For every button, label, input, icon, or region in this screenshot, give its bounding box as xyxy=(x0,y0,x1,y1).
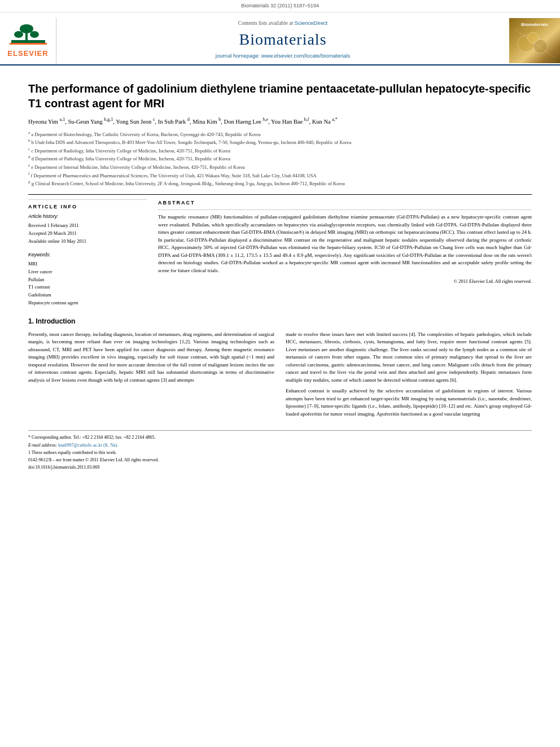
divider-top xyxy=(28,194,532,195)
svg-point-10 xyxy=(527,32,539,43)
abstract-heading: ABSTRACT xyxy=(158,199,532,207)
keyword-gadolinium: Gadolinium xyxy=(28,292,147,299)
journal-header: ELSEVIER Contents lists available at Sci… xyxy=(0,12,560,66)
sciencedirect-link[interactable]: ScienceDirect xyxy=(295,20,328,26)
intro-right-para1: made to resolve these issues have met wi… xyxy=(286,331,532,385)
keyword-pullulan: Pullulan xyxy=(28,277,147,283)
authors-line: Hyeona Yim a,1, Su-Geun Yang b,g,1, Yong… xyxy=(28,116,532,126)
affiliation-g: g g Clinical Research Center, School of … xyxy=(28,179,532,187)
abstract-text: The magnetic resonance (MR) functionalit… xyxy=(158,209,532,285)
corresponding-author: * Corresponding author. Tel.: +82 2 2164… xyxy=(28,434,532,440)
doi-line: doi:10.1016/j.biomaterials.2011.03.069 xyxy=(28,464,532,470)
issn-line: 0142-9612/$ – see front matter © 2011 El… xyxy=(28,457,532,463)
article-body: The performance of gadolinium diethylene… xyxy=(0,65,560,483)
biomaterials-cover-image: Biomaterials xyxy=(509,18,560,63)
keyword-mri: MRI xyxy=(28,261,147,268)
affiliation-e: e e Department of Internal Medicine, Inh… xyxy=(28,163,532,171)
footnotes: * Corresponding author. Tel.: +82 2 2164… xyxy=(28,430,532,470)
article-info-column: ARTICLE INFO Article history: Received 1… xyxy=(28,199,147,308)
elsevier-logo-area: ELSEVIER xyxy=(0,18,56,63)
journal-center-header: Contents lists available at ScienceDirec… xyxy=(56,17,509,65)
biomaterials-logo-box: Biomaterials xyxy=(509,18,560,63)
email-address[interactable]: kna6997@catholic.ac.kr (K. Na). xyxy=(58,443,118,448)
svg-point-2 xyxy=(20,24,33,33)
abstract-column: ABSTRACT The magnetic resonance (MR) fun… xyxy=(158,199,532,308)
email-line: E-mail address: kna6997@catholic.ac.kr (… xyxy=(28,442,532,448)
affiliation-b: b b Utah-Inha DDS and Advanced Therapeut… xyxy=(28,138,532,146)
keywords-label: Keywords: xyxy=(28,252,147,259)
available-date: Available online 10 May 2011 xyxy=(28,238,147,245)
article-title: The performance of gadolinium diethylene… xyxy=(28,81,532,111)
accepted-date: Accepted 29 March 2011 xyxy=(28,230,147,237)
svg-point-4 xyxy=(30,31,39,38)
intro-left-col: Presently, most cancer therapy, includin… xyxy=(28,331,274,422)
journal-homepage: journal homepage: www.elsevier.com/locat… xyxy=(56,52,509,60)
introduction-text: Presently, most cancer therapy, includin… xyxy=(28,331,532,422)
affiliation-a: a a Department of Biotechnology, The Cat… xyxy=(28,130,532,138)
journal-title: Biomaterials xyxy=(56,28,509,50)
introduction-heading: 1. Introduction xyxy=(28,317,532,326)
intro-right-para2: Enhanced contrast is usually achieved by… xyxy=(286,387,532,418)
intro-left-para1: Presently, most cancer therapy, includin… xyxy=(28,331,274,385)
elsevier-graphic xyxy=(6,22,51,47)
equal-contribution: 1 These authors equally contributed to t… xyxy=(28,449,532,456)
affiliation-d: d d Department of Pathology, Inha Univer… xyxy=(28,154,532,163)
affiliation-f: f f Department of Pharmaceutics and Phar… xyxy=(28,171,532,180)
abstract-paragraph: The magnetic resonance (MR) functionalit… xyxy=(158,213,532,274)
article-info-heading: ARTICLE INFO xyxy=(28,203,147,211)
copyright: © 2011 Elsevier Ltd. All rights reserved… xyxy=(158,278,532,285)
article-history-label: Article history: xyxy=(28,213,147,220)
journal-reference-bar: Biomaterials 32 (2011) 5187–5194 xyxy=(0,0,560,12)
keyword-hepatocyte: Hepatocyte contrast agent xyxy=(28,300,147,307)
sciencedirect-line: Contents lists available at ScienceDirec… xyxy=(56,19,509,27)
page: Biomaterials 32 (2011) 5187–5194 ELSEVIE… xyxy=(0,0,560,747)
affiliations: a a Department of Biotechnology, The Cat… xyxy=(28,130,532,187)
svg-rect-5 xyxy=(10,43,47,45)
intro-right-col: made to resolve these issues have met wi… xyxy=(286,331,532,422)
elsevier-text: ELSEVIER xyxy=(7,49,48,59)
svg-rect-0 xyxy=(11,40,45,43)
introduction-section: 1. Introduction Presently, most cancer t… xyxy=(28,317,532,421)
info-abstract-section: ARTICLE INFO Article history: Received 1… xyxy=(28,199,532,308)
svg-point-3 xyxy=(14,31,23,38)
svg-text:Biomaterials: Biomaterials xyxy=(521,22,549,27)
received-date: Received 1 February 2011 xyxy=(28,222,147,229)
journal-ref: Biomaterials 32 (2011) 5187–5194 xyxy=(241,3,319,8)
keywords-section: Keywords: MRI Liver cancer Pullulan T1 c… xyxy=(28,252,147,307)
elsevier-tree-icon xyxy=(8,24,48,46)
affiliation-c: c c Department of Radiology, Inha Univer… xyxy=(28,146,532,155)
homepage-url[interactable]: www.elsevier.com/locate/biomaterials xyxy=(261,53,350,59)
keyword-t1: T1 contrast xyxy=(28,284,147,291)
keyword-liver: Liver cancer xyxy=(28,269,147,276)
biomaterials-logo: Biomaterials xyxy=(509,18,560,63)
